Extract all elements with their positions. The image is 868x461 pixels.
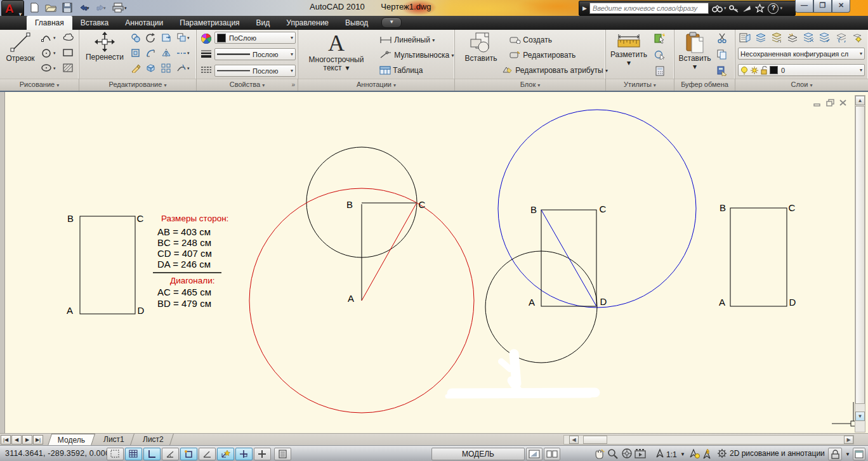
block-edit-attributes-button[interactable]: Редактировать атрибуты ▾ — [502, 65, 608, 75]
quick-properties-toggle[interactable] — [274, 448, 291, 460]
key-icon[interactable] — [729, 4, 739, 13]
array-button[interactable] — [174, 32, 188, 44]
next-tab-button[interactable]: ▶ — [22, 435, 32, 445]
dimension-linear-button[interactable]: Линейный ▾ — [379, 35, 435, 44]
panel-overflow-icon[interactable]: » — [291, 79, 295, 90]
new-file-button[interactable] — [27, 1, 42, 15]
annotation-visibility-button[interactable] — [689, 448, 700, 459]
block-create-button[interactable]: Создать — [510, 35, 552, 44]
measure-dropdown[interactable]: ▾ — [187, 51, 190, 56]
close-button[interactable]: ✕ — [832, 0, 850, 13]
first-tab-button[interactable]: |◀ — [1, 435, 11, 445]
prev-tab-button[interactable]: ◀ — [11, 435, 22, 445]
drawing-close-button[interactable] — [839, 99, 849, 107]
steering-wheel-button[interactable] — [621, 448, 633, 459]
communication-center-icon[interactable] — [742, 4, 752, 13]
quick-calc-cursor-button[interactable] — [653, 48, 667, 61]
trim-dropdown[interactable]: ▾ — [187, 66, 190, 71]
panel-block-footer[interactable]: Блок ▾ — [455, 79, 605, 91]
layer-off-button[interactable] — [850, 31, 864, 44]
panel-draw-footer[interactable]: Рисование ▾ — [0, 79, 79, 91]
polar-toggle[interactable] — [162, 448, 179, 460]
plot-button[interactable] — [110, 1, 126, 15]
redo-dropdown[interactable]: ▾ — [103, 6, 106, 11]
panel-annotation-footer[interactable]: Аннотации ▾ — [298, 79, 454, 91]
scroll-down-button[interactable]: ▼ — [855, 412, 865, 421]
osnap-toggle[interactable] — [180, 448, 197, 460]
copy-button[interactable] — [129, 32, 143, 44]
lineweight-select[interactable]: Послою▾ — [214, 48, 296, 60]
move-button[interactable]: Перенести — [84, 32, 125, 62]
trim-button[interactable] — [174, 62, 188, 75]
tab-list1[interactable]: Лист1 — [94, 434, 135, 445]
paste-dropdown[interactable]: ▾ — [678, 63, 711, 71]
tab-parametrizaciya[interactable]: Параметризация — [171, 16, 247, 30]
panel-modify-footer[interactable]: Редактирование ▾ — [79, 79, 196, 91]
clean-screen-button[interactable] — [853, 448, 865, 460]
insert-block-button[interactable]: Вставить — [461, 32, 501, 63]
tab-glavnaya[interactable]: Главная — [27, 16, 72, 30]
explode-button[interactable] — [144, 62, 158, 75]
layout-button[interactable] — [526, 448, 542, 460]
array-rect-button[interactable] — [159, 62, 173, 75]
erase-button[interactable] — [129, 62, 143, 75]
quick-select-button[interactable] — [653, 32, 667, 44]
layer-unisolate-button[interactable] — [786, 31, 799, 44]
workspace-switcher[interactable]: 2D рисование и аннотации ▼ — [717, 448, 832, 458]
panel-layers-footer[interactable]: Слои ▾ — [735, 79, 868, 91]
zoom-button[interactable] — [607, 448, 619, 459]
color-select[interactable]: ПоСлою▾ — [214, 32, 296, 44]
grid-toggle[interactable] — [125, 448, 142, 460]
search-binoculars-icon[interactable] — [712, 4, 723, 13]
linetype-select[interactable]: Послою▾ — [214, 65, 296, 77]
restore-button[interactable]: ❐ — [813, 0, 832, 13]
horizontal-scrollbar[interactable]: ◀ ▶ — [563, 435, 854, 445]
scroll-right-button[interactable]: ▶ — [844, 436, 853, 444]
toolbar-lock-button[interactable] — [828, 448, 842, 460]
paste-button[interactable]: Вставить▾ — [678, 32, 711, 71]
stretch-button[interactable] — [159, 32, 173, 44]
layer-freeze-button[interactable] — [801, 31, 815, 44]
scroll-up-button[interactable]: ▲ — [855, 96, 865, 105]
snap-toggle[interactable] — [107, 448, 124, 460]
multileader-button[interactable]: Мультивыноска ▾ — [379, 50, 454, 60]
table-button[interactable]: Таблица — [379, 65, 423, 75]
otrack-toggle[interactable] — [217, 448, 234, 460]
undo-dropdown[interactable]: ▾ — [87, 6, 89, 11]
search-dropdown[interactable]: ▾ — [724, 6, 727, 11]
tab-annotacii[interactable]: Аннотации — [117, 16, 171, 30]
rectangle-button[interactable] — [61, 47, 75, 60]
copy-clip-button[interactable] — [715, 48, 729, 61]
pan-button[interactable] — [593, 448, 605, 459]
vertical-scroll-thumb[interactable] — [855, 106, 865, 404]
open-file-button[interactable] — [43, 1, 58, 15]
mirror-button[interactable] — [159, 47, 173, 60]
layer-isolate-button[interactable] — [770, 31, 784, 44]
help-dropdown[interactable]: ▾ — [780, 6, 782, 11]
help-icon[interactable]: ? — [768, 3, 779, 14]
arc-button[interactable] — [39, 32, 53, 44]
minimize-button[interactable]: — — [795, 0, 813, 13]
layer-properties-button[interactable] — [738, 31, 752, 44]
offset-button[interactable] — [129, 47, 143, 60]
application-menu-button[interactable]: A ▾ — [1, 0, 24, 17]
panel-properties-footer[interactable]: Свойства ▾ » — [197, 79, 298, 91]
layer-match-button[interactable] — [834, 31, 848, 44]
ellipse-dropdown[interactable]: ▾ — [53, 66, 56, 71]
cut-button[interactable] — [715, 32, 729, 44]
tab-vyvod[interactable]: Вывод — [337, 16, 376, 30]
autoscale-button[interactable] — [702, 448, 713, 459]
fillet-button[interactable] — [144, 47, 158, 60]
last-tab-button[interactable]: ▶| — [33, 435, 43, 445]
search-input[interactable] — [589, 3, 709, 14]
rotate-button[interactable] — [144, 32, 158, 44]
mtext-button[interactable]: А Многострочный текст▾ — [305, 32, 368, 72]
qat-customize-dropdown[interactable]: ▾ — [124, 6, 127, 11]
layer-states-button[interactable] — [754, 31, 768, 44]
annotation-scale-dropdown[interactable]: ▼ — [680, 451, 685, 457]
favorites-star-icon[interactable] — [755, 4, 765, 13]
mtext-dropdown[interactable]: ▾ — [345, 63, 349, 72]
tab-model[interactable]: Модель — [48, 434, 95, 446]
ribbon-minimize-button[interactable]: ▼ — [381, 17, 402, 28]
vertical-scrollbar[interactable]: ▲ ▼ — [855, 95, 865, 432]
